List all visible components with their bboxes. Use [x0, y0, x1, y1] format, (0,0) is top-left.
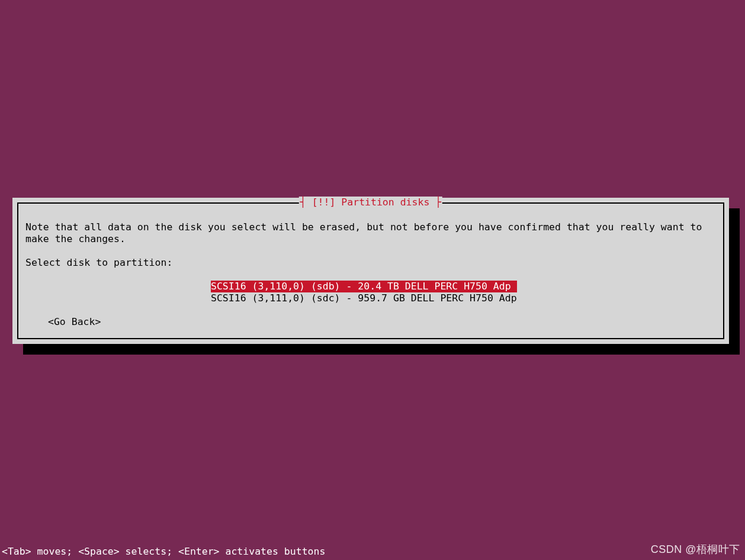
disk-label: SCSI16 (3,111,0) (sdc) - 959.7 GB DELL P… [211, 292, 517, 304]
disk-label: SCSI16 (3,110,0) (sdb) - 20.4 TB DELL PE… [211, 281, 517, 292]
warning-note: Note that all data on the disk you selec… [25, 221, 716, 245]
partition-dialog: ┤ [!!] Partition disks ├ Note that all d… [12, 198, 729, 344]
select-prompt: Select disk to partition: [25, 257, 716, 269]
go-back-button[interactable]: <Go Back> [25, 316, 716, 328]
dialog-content: Note that all data on the disk you selec… [18, 204, 723, 334]
dialog-border: ┤ [!!] Partition disks ├ Note that all d… [17, 202, 724, 339]
disk-option[interactable]: SCSI16 (3,111,0) (sdc) - 959.7 GB DELL P… [25, 292, 716, 304]
watermark: CSDN @梧桐叶下 [651, 542, 740, 556]
disk-option[interactable]: SCSI16 (3,110,0) (sdb) - 20.4 TB DELL PE… [25, 281, 716, 292]
disk-list: SCSI16 (3,110,0) (sdb) - 20.4 TB DELL PE… [25, 281, 716, 304]
footer-help: <Tab> moves; <Space> selects; <Enter> ac… [2, 546, 325, 557]
dialog-wrapper: ┤ [!!] Partition disks ├ Note that all d… [12, 198, 730, 344]
